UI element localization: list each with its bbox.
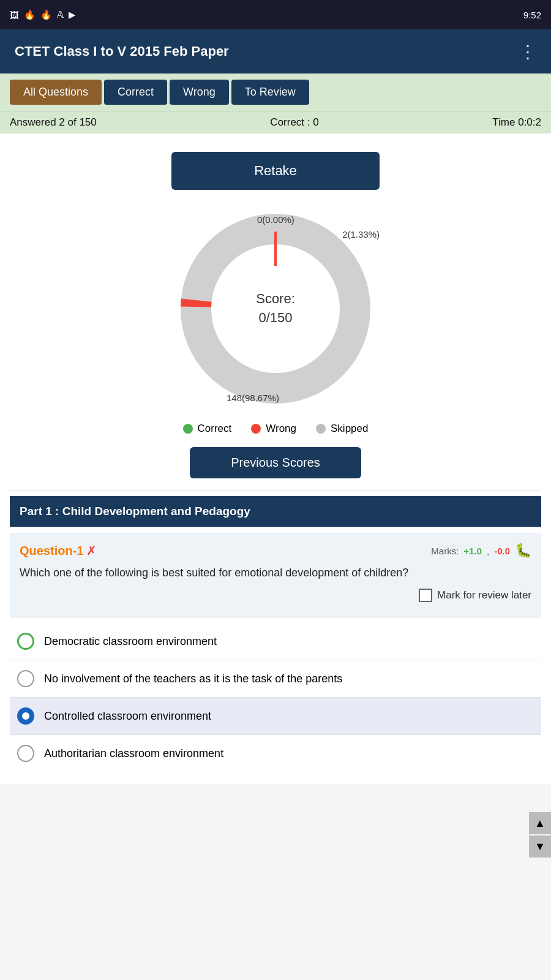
mark-review-checkbox[interactable] (419, 589, 432, 602)
legend-wrong: Wrong (251, 423, 296, 435)
tab-to-review[interactable]: To Review (231, 80, 309, 105)
menu-icon[interactable]: ⋮ (519, 42, 536, 62)
previous-scores-button[interactable]: Previous Scores (190, 447, 361, 478)
skipped-dot (316, 424, 326, 434)
score-chart: Score: 0/150 0(0.00%) 2(1.33%) 148(98.67… (171, 205, 380, 413)
radio-option-2[interactable] (17, 670, 34, 687)
tab-bar: All Questions Correct Wrong To Review (0, 74, 551, 111)
photo-icon: 🖼 (10, 10, 19, 20)
question-label-area: Question-1 ✗ (20, 543, 97, 558)
question-card: Question-1 ✗ Marks: +1.0, -0.0 🐛 Which o… (10, 533, 541, 618)
options-list: Democratic classroom environment No invo… (10, 623, 541, 772)
wrong-dot (251, 424, 261, 434)
marks-label: Marks: (431, 546, 459, 556)
fire-icon-2: 🔥 (40, 9, 52, 20)
marks-minus: -0.0 (494, 546, 510, 556)
app-title: CTET Class I to V 2015 Feb Paper (15, 43, 229, 59)
correct-dot (183, 424, 193, 434)
chart-center: Score: 0/150 (256, 290, 295, 328)
a-icon: 𝔸 (57, 9, 64, 20)
score-value: 0/150 (258, 310, 292, 325)
option-text-2: No involvement of the teachers as it is … (44, 673, 342, 685)
legend-skipped: Skipped (316, 423, 368, 435)
scroll-down-button[interactable]: ▼ (529, 835, 551, 858)
option-item[interactable]: Authoritarian classroom environment (10, 735, 541, 772)
marks-info: Marks: +1.0, -0.0 🐛 (431, 543, 531, 559)
marks-plus: +1.0 (463, 546, 482, 556)
chart-label-wrong: 2(1.33%) (342, 229, 380, 239)
scroll-buttons: ▲ ▼ (529, 812, 551, 858)
radio-inner-3 (22, 712, 29, 720)
tab-all-questions[interactable]: All Questions (10, 80, 102, 105)
radio-option-4[interactable] (17, 745, 34, 762)
stats-bar: Answered 2 of 150 Correct : 0 Time 0:0:2 (0, 111, 551, 134)
time-display: Time 0:0:2 (492, 116, 541, 129)
retake-button[interactable]: Retake (171, 152, 380, 190)
mark-review-label: Mark for review later (437, 589, 531, 601)
radio-option-1[interactable] (17, 633, 34, 650)
tab-wrong[interactable]: Wrong (170, 80, 229, 105)
tab-correct[interactable]: Correct (104, 80, 167, 105)
status-time: 9:52 (523, 10, 541, 20)
legend-correct: Correct (183, 423, 232, 435)
scroll-up-button[interactable]: ▲ (529, 812, 551, 834)
wrong-label: Wrong (266, 423, 296, 435)
option-text-3: Controlled classroom environment (44, 710, 211, 723)
divider (10, 491, 541, 491)
app-bar: CTET Class I to V 2015 Feb Paper ⋮ (0, 29, 551, 74)
option-text-4: Authoritarian classroom environment (44, 747, 223, 760)
mark-review-area[interactable]: Mark for review later (20, 589, 531, 602)
skipped-label: Skipped (331, 423, 368, 435)
status-icons: 🖼 🔥 🔥 𝔸 ▶ (10, 9, 76, 20)
chart-legend: Correct Wrong Skipped (10, 423, 541, 435)
option-text-1: Democratic classroom environment (44, 635, 217, 648)
correct-count: Correct : 0 (270, 116, 318, 129)
answered-count: Answered 2 of 150 (10, 116, 97, 129)
question-header: Question-1 ✗ Marks: +1.0, -0.0 🐛 (20, 543, 531, 559)
question-text: Which one of the following is best suite… (20, 565, 531, 581)
chart-label-skipped: 148(98.67%) (227, 393, 279, 403)
x-icon: ✗ (86, 544, 97, 557)
chart-label-correct: 0(0.00%) (257, 214, 294, 225)
radio-option-3[interactable] (17, 707, 34, 725)
score-label: Score: (256, 291, 295, 306)
status-bar: 🖼 🔥 🔥 𝔸 ▶ 9:52 (0, 0, 551, 29)
main-content: Retake Score: 0/150 0(0.00%) 2(1.33%) 14… (0, 134, 551, 784)
part-header: Part 1 : Child Development and Pedagogy (10, 496, 541, 527)
bug-icon: 🐛 (515, 543, 531, 559)
play-icon: ▶ (69, 9, 76, 20)
option-item[interactable]: Democratic classroom environment (10, 623, 541, 660)
fire-icon-1: 🔥 (24, 9, 36, 20)
option-item[interactable]: Controlled classroom environment (10, 698, 541, 735)
question-label: Question-1 (20, 544, 83, 557)
correct-label: Correct (198, 423, 232, 435)
option-item[interactable]: No involvement of the teachers as it is … (10, 660, 541, 698)
